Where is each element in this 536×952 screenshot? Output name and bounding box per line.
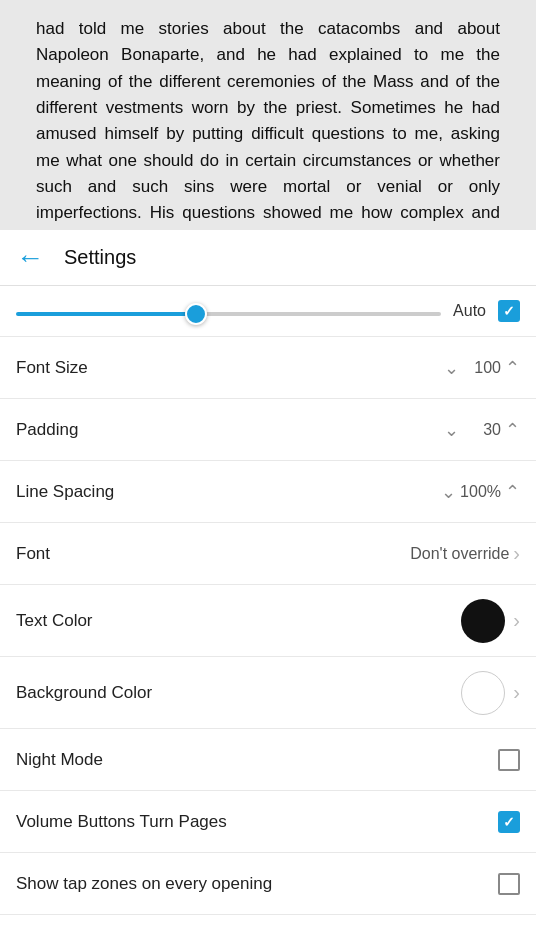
font-chevron-right-icon: › bbox=[513, 542, 520, 565]
line-spacing-controls: ⌄ 100% ⌃ bbox=[441, 481, 520, 503]
line-spacing-decrease-icon[interactable]: ⌄ bbox=[441, 481, 456, 503]
line-spacing-increase-icon[interactable]: ⌃ bbox=[505, 481, 520, 503]
background-color-row[interactable]: Background Color › bbox=[0, 657, 536, 729]
line-spacing-label: Line Spacing bbox=[16, 482, 441, 502]
font-size-decrease-icon[interactable]: ⌄ bbox=[444, 357, 459, 379]
font-label: Font bbox=[16, 544, 410, 564]
text-color-row[interactable]: Text Color › bbox=[0, 585, 536, 657]
font-size-controls: ⌄ 100 ⌃ bbox=[444, 357, 520, 379]
padding-increase-icon[interactable]: ⌃ bbox=[505, 419, 520, 441]
font-size-row: Font Size ⌄ 100 ⌃ bbox=[0, 337, 536, 399]
back-button[interactable]: ← bbox=[16, 242, 44, 274]
background-color-swatch bbox=[461, 671, 505, 715]
tap-zones-label: Show tap zones on every opening bbox=[16, 874, 498, 894]
tap-zones-checkbox[interactable] bbox=[498, 873, 520, 895]
padding-controls: ⌄ 30 ⌃ bbox=[444, 419, 520, 441]
night-mode-row: Night Mode bbox=[0, 729, 536, 791]
text-preview: had told me stories about the catacombs … bbox=[0, 0, 536, 230]
padding-decrease-icon[interactable]: ⌄ bbox=[444, 419, 459, 441]
auto-label: Auto bbox=[453, 302, 486, 320]
line-spacing-row: Line Spacing ⌄ 100% ⌃ bbox=[0, 461, 536, 523]
padding-label: Padding bbox=[16, 420, 444, 440]
brightness-slider-wrapper[interactable] bbox=[16, 302, 441, 320]
page-title: Settings bbox=[64, 246, 136, 269]
text-color-chevron-right-icon: › bbox=[513, 609, 520, 632]
font-size-increase-icon[interactable]: ⌃ bbox=[505, 357, 520, 379]
background-color-right: › bbox=[461, 671, 520, 715]
padding-value: 30 bbox=[463, 421, 501, 439]
top-bar: ← Settings bbox=[0, 230, 536, 286]
font-right: Don't override › bbox=[410, 542, 520, 565]
volume-buttons-checkbox[interactable] bbox=[498, 811, 520, 833]
night-mode-checkbox[interactable] bbox=[498, 749, 520, 771]
brightness-slider[interactable] bbox=[16, 312, 441, 316]
font-row[interactable]: Font Don't override › bbox=[0, 523, 536, 585]
volume-buttons-label: Volume Buttons Turn Pages bbox=[16, 812, 498, 832]
background-color-chevron-right-icon: › bbox=[513, 681, 520, 704]
auto-checkbox[interactable] bbox=[498, 300, 520, 322]
text-color-right: › bbox=[461, 599, 520, 643]
night-mode-label: Night Mode bbox=[16, 750, 498, 770]
line-spacing-value: 100% bbox=[460, 483, 501, 501]
font-size-value: 100 bbox=[463, 359, 501, 377]
settings-content: Auto Font Size ⌄ 100 ⌃ Padding ⌄ 30 ⌃ Li… bbox=[0, 286, 536, 915]
text-color-label: Text Color bbox=[16, 611, 461, 631]
preview-text: had told me stories about the catacombs … bbox=[36, 19, 500, 230]
font-value: Don't override bbox=[410, 545, 509, 563]
padding-row: Padding ⌄ 30 ⌃ bbox=[0, 399, 536, 461]
text-color-swatch bbox=[461, 599, 505, 643]
volume-buttons-row: Volume Buttons Turn Pages bbox=[0, 791, 536, 853]
brightness-row: Auto bbox=[0, 286, 536, 337]
tap-zones-row: Show tap zones on every opening bbox=[0, 853, 536, 915]
background-color-label: Background Color bbox=[16, 683, 461, 703]
font-size-label: Font Size bbox=[16, 358, 444, 378]
